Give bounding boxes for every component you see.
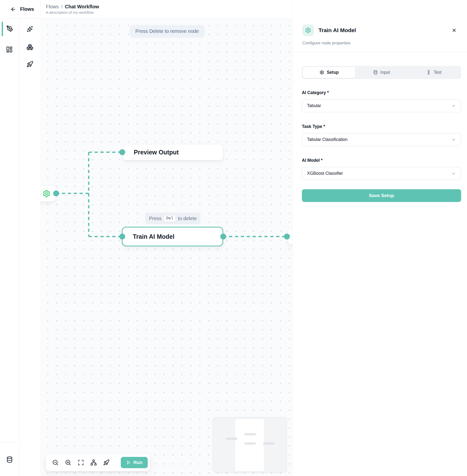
field-label: Task Type *: [302, 124, 461, 129]
sparkles-icon[interactable]: [26, 26, 33, 33]
back-button[interactable]: Flows: [0, 6, 41, 12]
database-icon: [373, 70, 378, 75]
boxes-icon[interactable]: [26, 44, 33, 51]
select-value: Tabular: [307, 103, 321, 108]
arrow-left-icon: [10, 6, 16, 12]
panel-tabs: Setup Input Test: [302, 66, 461, 79]
rocket-icon[interactable]: [26, 61, 33, 68]
sidebar-divider: [2, 442, 17, 443]
pen-tool-icon[interactable]: [6, 25, 13, 32]
breadcrumb-current: Chat Workflow: [65, 4, 99, 10]
chevron-down-icon: [451, 137, 456, 142]
minimap[interactable]: [213, 417, 287, 472]
database-icon[interactable]: [6, 456, 13, 463]
breadcrumb: Flows / Chat Workflow A description of m…: [41, 4, 99, 15]
gear-icon: [43, 190, 51, 198]
field-task-type: Task Type * Tabular Classification: [302, 124, 461, 146]
zoom-out-icon[interactable]: [52, 459, 59, 466]
close-icon: [452, 28, 457, 33]
breadcrumb-parent[interactable]: Flows: [46, 4, 59, 10]
next-input-handle[interactable]: [284, 234, 290, 239]
close-panel-button[interactable]: [450, 26, 458, 35]
minimap-node: [226, 437, 237, 440]
properties-panel: Train AI Model Configure node properties…: [292, 0, 467, 476]
run-button[interactable]: Run: [121, 457, 148, 468]
node-train-ai-model[interactable]: Train AI Model: [122, 227, 223, 246]
node-label: Preview Output: [134, 149, 179, 156]
canvas-tooltip: Press Delete to remove node: [130, 25, 204, 37]
breadcrumb-separator: /: [61, 4, 63, 10]
chevron-down-icon: [451, 171, 456, 176]
run-label: Run: [133, 460, 143, 465]
fit-view-icon[interactable]: [78, 459, 84, 466]
flow-editor-app: Flows Flows / Chat Workflow A descriptio…: [0, 0, 467, 476]
canvas-toolbar: Run: [46, 454, 150, 471]
test-tube-icon: [426, 70, 431, 75]
dashboard-grid-icon[interactable]: [6, 46, 13, 53]
minimap-node: [263, 442, 274, 445]
panel-title: Train AI Model: [319, 27, 356, 34]
workflow-description: A description of my workflow: [46, 10, 99, 15]
minimap-node: [245, 433, 256, 435]
field-ai-model: AI Model * XGBoost Classifier: [302, 158, 461, 180]
ai-model-select[interactable]: XGBoost Classifier: [302, 167, 461, 180]
tab-label: Test: [434, 70, 441, 75]
source-output-handle[interactable]: [53, 190, 59, 196]
task-type-select[interactable]: Tabular Classification: [302, 133, 461, 146]
node-preview-output[interactable]: Preview Output: [123, 144, 223, 160]
tab-input[interactable]: Input: [355, 67, 408, 78]
tab-test[interactable]: Test: [408, 67, 460, 78]
minimap-viewport[interactable]: [235, 419, 264, 471]
train-output-handle[interactable]: [220, 234, 226, 239]
node-palette: [20, 19, 40, 476]
node-label: Train AI Model: [133, 233, 174, 240]
gear-icon: [320, 70, 324, 75]
left-sidebar: [0, 19, 20, 476]
zoom-in-icon[interactable]: [65, 459, 71, 466]
delete-hint-tooltip: Press Del to delete: [145, 212, 200, 224]
panel-subtitle: Configure node properties: [302, 41, 458, 46]
auto-layout-icon[interactable]: [91, 459, 97, 466]
ai-category-select[interactable]: Tabular: [302, 99, 461, 112]
del-keycap: Del: [164, 215, 176, 222]
tab-label: Input: [380, 70, 390, 75]
preview-input-handle[interactable]: [119, 149, 125, 155]
select-value: XGBoost Classifier: [307, 171, 343, 176]
select-value: Tabular Classification: [307, 137, 348, 142]
canvas-tooltip-text: Press Delete to remove node: [135, 28, 199, 34]
field-label: AI Category *: [302, 90, 461, 95]
minimap-node: [245, 442, 256, 445]
back-label: Flows: [20, 6, 34, 12]
tab-setup[interactable]: Setup: [303, 67, 355, 78]
tab-label: Setup: [327, 70, 339, 75]
train-input-handle[interactable]: [119, 234, 125, 239]
field-ai-category: AI Category * Tabular: [302, 90, 461, 112]
gear-icon: [305, 27, 311, 33]
edge-connectors: [40, 19, 292, 476]
chevron-down-icon: [451, 104, 456, 108]
flow-canvas[interactable]: Press Delete to remove node Preview Outp…: [40, 19, 292, 476]
field-label: AI Model *: [302, 158, 461, 163]
header: Flows Flows / Chat Workflow A descriptio…: [0, 0, 292, 19]
run-rocket-icon[interactable]: [103, 459, 110, 466]
play-icon: [126, 460, 131, 465]
hint-prefix: Press: [149, 216, 161, 221]
hint-suffix: to delete: [178, 216, 197, 221]
active-tab-indicator: [2, 22, 3, 36]
panel-gear-badge: [302, 25, 314, 36]
save-setup-button[interactable]: Save Setup: [302, 189, 461, 202]
